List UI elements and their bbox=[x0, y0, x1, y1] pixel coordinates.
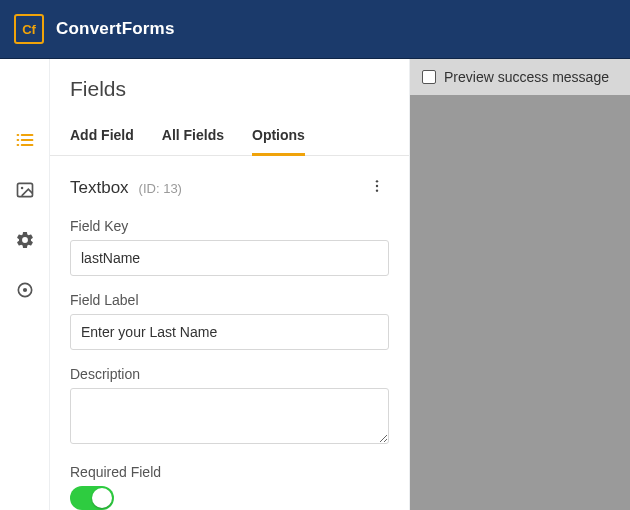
preview-checkbox[interactable] bbox=[422, 70, 436, 84]
tab-options[interactable]: Options bbox=[252, 117, 305, 155]
left-iconbar bbox=[0, 59, 49, 510]
svg-point-12 bbox=[376, 189, 378, 191]
field-label-label: Field Label bbox=[70, 292, 389, 308]
field-key-label: Field Key bbox=[70, 218, 389, 234]
field-key-input[interactable] bbox=[70, 240, 389, 276]
preview-bar: Preview success message bbox=[410, 59, 630, 95]
fields-icon[interactable] bbox=[14, 129, 36, 151]
fields-panel: Fields Add Field All Fields Options Text… bbox=[49, 59, 410, 510]
options-section: Textbox (ID: 13) Field Key Field Label D… bbox=[50, 156, 409, 510]
more-menu-icon[interactable] bbox=[365, 174, 389, 202]
preview-pane: Preview success message bbox=[410, 59, 630, 510]
brand-name: ConvertForms bbox=[56, 19, 175, 39]
toggle-knob bbox=[92, 488, 112, 508]
required-toggle[interactable] bbox=[70, 486, 114, 510]
brand-logo: Cf bbox=[14, 14, 44, 44]
panel-tabs: Add Field All Fields Options bbox=[50, 117, 409, 156]
required-label: Required Field bbox=[70, 464, 389, 480]
svg-point-10 bbox=[376, 180, 378, 182]
panel-title: Fields bbox=[50, 59, 409, 117]
brand-logo-text: Cf bbox=[22, 22, 36, 37]
field-label-input[interactable] bbox=[70, 314, 389, 350]
target-icon[interactable] bbox=[14, 279, 36, 301]
svg-point-11 bbox=[376, 185, 378, 187]
settings-icon[interactable] bbox=[14, 229, 36, 251]
tab-add-field[interactable]: Add Field bbox=[70, 117, 134, 155]
description-input[interactable] bbox=[70, 388, 389, 444]
section-heading: Textbox bbox=[70, 178, 129, 198]
image-icon[interactable] bbox=[14, 179, 36, 201]
top-bar: Cf ConvertForms bbox=[0, 0, 630, 59]
section-id: (ID: 13) bbox=[139, 181, 182, 196]
description-label: Description bbox=[70, 366, 389, 382]
svg-point-9 bbox=[22, 288, 26, 292]
tab-all-fields[interactable]: All Fields bbox=[162, 117, 224, 155]
preview-checkbox-label: Preview success message bbox=[444, 69, 609, 85]
svg-point-7 bbox=[20, 187, 22, 190]
